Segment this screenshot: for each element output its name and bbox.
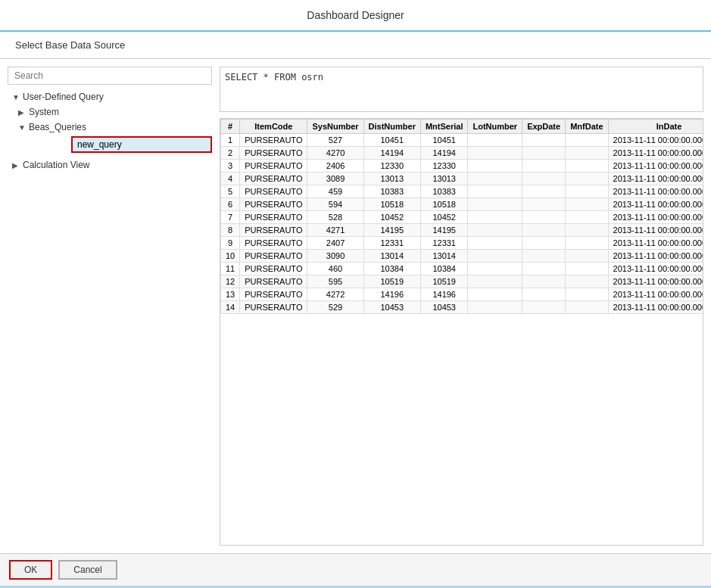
table-row[interactable]: 5PURSERAUTO45910383103832013-11-11 00:00…	[221, 185, 704, 198]
table-row[interactable]: 10PURSERAUTO309013014130142013-11-11 00:…	[221, 250, 704, 263]
table-row[interactable]: 2PURSERAUTO427014194141942013-11-11 00:0…	[221, 147, 704, 160]
table-cell: 2013-11-11 00:00:00.0000000	[608, 198, 703, 211]
table-cell: PURSERAUTO	[240, 198, 307, 211]
ok-button[interactable]: OK	[9, 560, 52, 580]
tree-item-beas-queries[interactable]: ▼ Beas_Queries	[8, 120, 212, 135]
tree-item-calculation-view[interactable]: ▶ Calculation View	[8, 157, 212, 173]
col-header-num: #	[221, 120, 240, 134]
table-cell: 13013	[420, 173, 468, 185]
table-cell: 10451	[420, 134, 468, 147]
table-cell: 12330	[363, 160, 420, 173]
table-cell: 3	[221, 160, 240, 173]
table-cell: 460	[307, 263, 363, 275]
table-cell: 12331	[363, 237, 420, 250]
col-header-sysnumber: SysNumber	[307, 120, 363, 134]
table-cell: 4272	[307, 288, 363, 301]
table-cell: PURSERAUTO	[240, 250, 307, 263]
table-row[interactable]: 3PURSERAUTO240612330123302013-11-11 00:0…	[221, 160, 704, 173]
table-cell: PURSERAUTO	[240, 147, 307, 160]
table-cell: 8	[221, 224, 240, 237]
table-cell: 5	[221, 185, 240, 198]
table-row[interactable]: 6PURSERAUTO59410518105182013-11-11 00:00…	[221, 198, 704, 211]
table-row[interactable]: 9PURSERAUTO240712331123312013-11-11 00:0…	[221, 237, 704, 250]
table-cell	[522, 250, 566, 263]
table-cell	[566, 160, 608, 173]
table-cell: 10518	[363, 198, 420, 211]
table-cell: 12330	[420, 160, 468, 173]
table-cell	[468, 147, 522, 160]
arrow-icon: ▶	[12, 161, 20, 170]
table-row[interactable]: 11PURSERAUTO46010384103842013-11-11 00:0…	[221, 263, 704, 275]
tree-item-system[interactable]: ▶ System	[8, 104, 212, 120]
table-cell: 6	[221, 198, 240, 211]
table-row[interactable]: 1PURSERAUTO52710451104512013-11-11 00:00…	[221, 134, 704, 147]
table-cell: 13013	[363, 173, 420, 185]
table-cell	[566, 198, 608, 211]
table-cell: PURSERAUTO	[240, 263, 307, 275]
table-cell: 4270	[307, 147, 363, 160]
table-cell	[566, 224, 608, 237]
table-cell: PURSERAUTO	[240, 160, 307, 173]
table-cell	[566, 237, 608, 250]
table-cell: 9	[221, 237, 240, 250]
table-row[interactable]: 8PURSERAUTO427114195141952013-11-11 00:0…	[221, 224, 704, 237]
col-header-itemcode: ItemCode	[240, 120, 307, 134]
table-cell: 10453	[363, 301, 420, 314]
table-cell: 2013-11-11 00:00:00.0000000	[608, 211, 703, 224]
table-cell: 2013-11-11 00:00:00.0000000	[608, 263, 703, 275]
col-header-mnfdate: MnfDate	[566, 120, 608, 134]
table-row[interactable]: 13PURSERAUTO427214196141962013-11-11 00:…	[221, 288, 704, 301]
tree-item-new-query[interactable]: new_query	[71, 136, 212, 153]
table-header-row: # ItemCode SysNumber DistNumber MntSeria…	[221, 120, 704, 134]
app-title-bar: Dashboard Designer	[0, 0, 711, 32]
table-cell: PURSERAUTO	[240, 134, 307, 147]
arrow-icon: ▶	[18, 108, 26, 117]
sql-query-box: SELECT * FROM osrn	[220, 67, 703, 112]
table-cell	[522, 185, 566, 198]
table-cell: PURSERAUTO	[240, 185, 307, 198]
app-title: Dashboard Designer	[307, 9, 404, 21]
table-cell: 10519	[420, 275, 468, 288]
table-cell	[522, 160, 566, 173]
table-row[interactable]: 12PURSERAUTO59510519105192013-11-11 00:0…	[221, 275, 704, 288]
table-cell: 4271	[307, 224, 363, 237]
table-cell: 10453	[420, 301, 468, 314]
table-cell: 14196	[420, 288, 468, 301]
table-cell: 14194	[420, 147, 468, 160]
table-cell: 594	[307, 198, 363, 211]
table-cell	[522, 237, 566, 250]
data-table-wrapper[interactable]: # ItemCode SysNumber DistNumber MntSeria…	[220, 118, 703, 546]
table-cell: 10383	[420, 185, 468, 198]
dialog-body: ▼ User-Defined Query ▶ System ▼ Beas_Que…	[0, 59, 711, 553]
table-cell: PURSERAUTO	[240, 301, 307, 314]
table-cell: PURSERAUTO	[240, 237, 307, 250]
table-cell: 527	[307, 134, 363, 147]
table-cell: 2013-11-11 00:00:00.0000000	[608, 288, 703, 301]
tree-item-user-defined-query[interactable]: ▼ User-Defined Query	[8, 89, 212, 104]
table-cell	[566, 185, 608, 198]
table-cell: 10383	[363, 185, 420, 198]
table-cell	[468, 160, 522, 173]
table-cell: 10519	[363, 275, 420, 288]
table-cell: 4	[221, 173, 240, 185]
tree-item-label: Beas_Queries	[29, 122, 86, 132]
col-header-lotnumber: LotNumber	[468, 120, 522, 134]
table-cell: 10452	[420, 211, 468, 224]
data-table: # ItemCode SysNumber DistNumber MntSeria…	[220, 119, 703, 314]
search-input[interactable]	[8, 67, 212, 85]
table-cell	[566, 173, 608, 185]
table-cell	[566, 263, 608, 275]
cancel-button[interactable]: Cancel	[58, 560, 117, 580]
table-row[interactable]: 14PURSERAUTO52910453104532013-11-11 00:0…	[221, 301, 704, 314]
table-cell: 2013-11-11 00:00:00.0000000	[608, 250, 703, 263]
table-row[interactable]: 4PURSERAUTO308913013130132013-11-11 00:0…	[221, 173, 704, 185]
table-cell: 13014	[420, 250, 468, 263]
table-cell: 2	[221, 147, 240, 160]
sql-query-text: SELECT * FROM osrn	[225, 72, 323, 82]
table-cell	[522, 263, 566, 275]
table-cell: 1	[221, 134, 240, 147]
table-row[interactable]: 7PURSERAUTO52810452104522013-11-11 00:00…	[221, 211, 704, 224]
arrow-icon: ▼	[12, 93, 20, 101]
table-cell	[468, 250, 522, 263]
table-cell: 14196	[363, 288, 420, 301]
